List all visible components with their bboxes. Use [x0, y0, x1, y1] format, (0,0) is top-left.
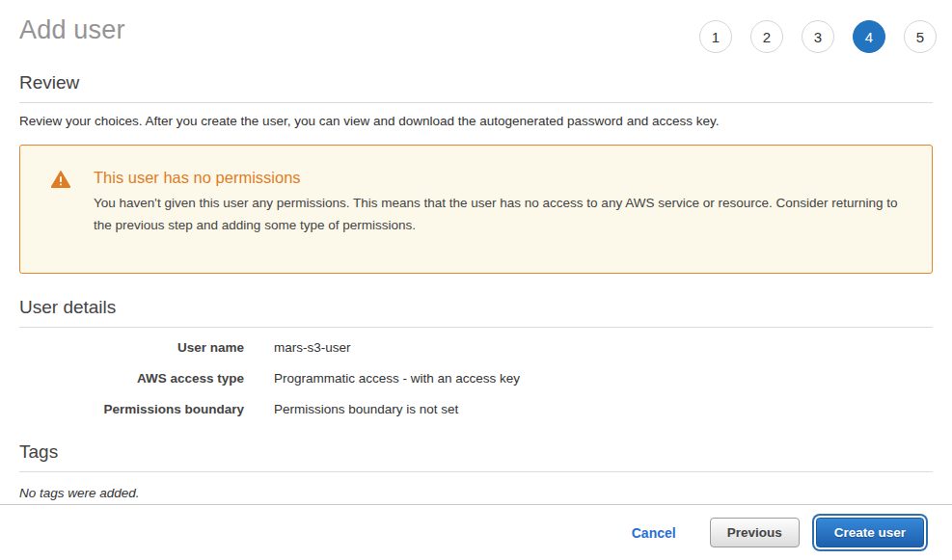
previous-button[interactable]: Previous	[710, 518, 800, 547]
tags-heading: Tags	[19, 441, 933, 463]
review-heading: Review	[19, 72, 933, 93]
user-details-section: User details User name mars-s3-user AWS …	[19, 297, 933, 416]
wizard-footer: Cancel Previous Create user	[0, 504, 952, 560]
no-tags-message: No tags were added.	[19, 486, 933, 500]
warning-triangle-icon	[51, 171, 70, 188]
user-details-table: User name mars-s3-user AWS access type P…	[19, 340, 933, 416]
step-5[interactable]: 5	[904, 20, 937, 53]
wizard-header: Add user 1 2 3 4 5	[0, 0, 952, 67]
aws-access-type-label: AWS access type	[19, 371, 244, 386]
create-user-button[interactable]: Create user	[816, 518, 924, 547]
permissions-boundary-value: Permissions boundary is not set	[244, 402, 458, 416]
cancel-link[interactable]: Cancel	[632, 525, 676, 541]
user-name-label: User name	[19, 340, 244, 355]
table-row: User name mars-s3-user	[19, 340, 933, 355]
review-heading-divider	[19, 102, 933, 103]
warning-title: This user has no permissions	[94, 169, 903, 187]
review-page-content: Review Review your choices. After you cr…	[0, 67, 952, 504]
table-row: AWS access type Programmatic access - wi…	[19, 371, 933, 386]
user-details-heading: User details	[19, 297, 933, 318]
table-row: Permissions boundary Permissions boundar…	[19, 402, 933, 416]
step-3[interactable]: 3	[802, 20, 834, 53]
step-indicator: 1 2 3 4 5	[699, 20, 937, 53]
warning-body: You haven't given this user any permissi…	[94, 192, 903, 236]
aws-access-type-value: Programmatic access - with an access key	[244, 371, 520, 386]
permissions-boundary-label: Permissions boundary	[19, 402, 244, 416]
review-description: Review your choices. After you create th…	[19, 114, 933, 128]
tags-section: Tags No tags were added.	[19, 441, 933, 500]
step-1[interactable]: 1	[699, 20, 732, 53]
user-name-value: mars-s3-user	[244, 340, 351, 355]
warning-text-block: This user has no permissions You haven't…	[94, 169, 903, 236]
no-permissions-warning-banner: This user has no permissions You haven't…	[19, 145, 933, 274]
step-4-active[interactable]: 4	[853, 20, 885, 53]
step-2[interactable]: 2	[750, 20, 783, 53]
user-details-divider	[19, 327, 933, 328]
tags-divider	[19, 471, 933, 472]
